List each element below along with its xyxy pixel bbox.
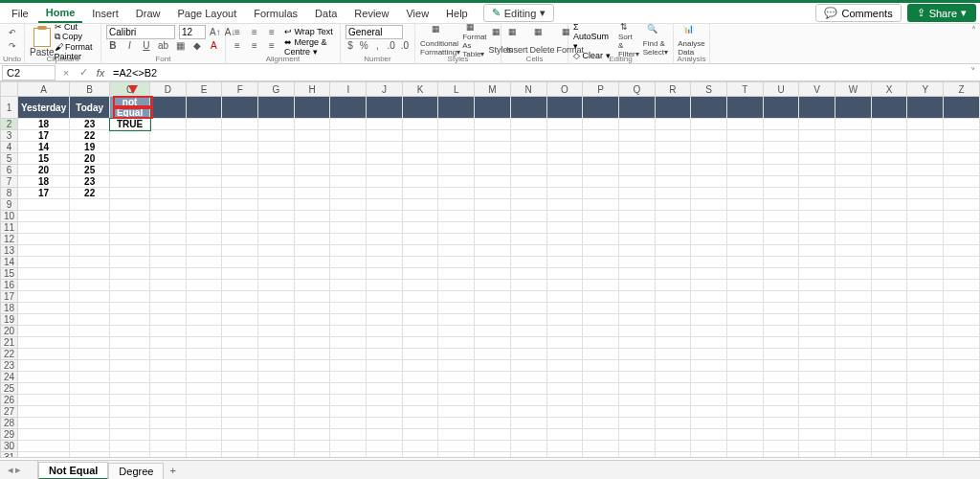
cell[interactable]	[510, 406, 546, 418]
cell[interactable]	[583, 188, 619, 199]
sheet-tab-not-equal[interactable]: Not Equal	[38, 462, 108, 480]
cell[interactable]	[835, 441, 872, 452]
column-header[interactable]: K	[402, 82, 438, 97]
cell[interactable]	[70, 291, 110, 303]
cell[interactable]	[222, 257, 258, 268]
cell[interactable]	[475, 360, 511, 372]
cell[interactable]	[726, 383, 763, 395]
cell[interactable]	[726, 97, 763, 119]
cell[interactable]	[583, 452, 619, 459]
cell[interactable]	[618, 372, 655, 383]
menu-draw[interactable]: Draw	[128, 5, 168, 22]
cell[interactable]	[583, 268, 619, 280]
cell[interactable]	[475, 188, 511, 199]
name-box[interactable]: C2	[2, 65, 56, 80]
cell[interactable]	[402, 395, 438, 406]
cell[interactable]	[510, 199, 546, 211]
cell[interactable]	[583, 303, 619, 314]
cell[interactable]	[907, 188, 944, 199]
cell[interactable]	[655, 326, 691, 337]
cell[interactable]	[907, 268, 944, 280]
cell[interactable]	[691, 222, 727, 234]
cell[interactable]	[367, 245, 403, 257]
cell[interactable]	[330, 452, 367, 459]
cell[interactable]	[330, 188, 367, 199]
cell[interactable]	[691, 406, 727, 418]
cell[interactable]	[330, 360, 367, 372]
cell[interactable]	[438, 211, 475, 222]
cell[interactable]	[110, 211, 150, 222]
cell[interactable]	[655, 429, 691, 441]
cell[interactable]	[763, 395, 799, 406]
column-header[interactable]: E	[186, 82, 222, 97]
row-header[interactable]: 31	[1, 452, 18, 459]
cell[interactable]	[546, 291, 583, 303]
cell[interactable]	[907, 303, 944, 314]
cell[interactable]	[186, 165, 222, 176]
cell[interactable]	[475, 280, 511, 291]
cell[interactable]	[546, 130, 583, 142]
cell[interactable]	[907, 395, 944, 406]
cell[interactable]	[546, 268, 583, 280]
column-header[interactable]: L	[438, 82, 475, 97]
cell[interactable]	[186, 211, 222, 222]
align-top-button[interactable]: ≡	[231, 25, 244, 38]
cell[interactable]	[475, 211, 511, 222]
cell[interactable]	[438, 97, 475, 119]
cell[interactable]	[726, 441, 763, 452]
cell[interactable]	[691, 395, 727, 406]
cell[interactable]	[258, 153, 295, 165]
cell[interactable]	[438, 337, 475, 349]
cell[interactable]	[871, 119, 907, 130]
cell[interactable]	[763, 234, 799, 245]
cell[interactable]: 20	[70, 153, 110, 165]
cell[interactable]	[294, 257, 330, 268]
column-header[interactable]: Z	[944, 82, 980, 97]
cell[interactable]	[367, 441, 403, 452]
cell[interactable]	[150, 291, 187, 303]
cell[interactable]	[150, 372, 187, 383]
bold-button[interactable]: B	[106, 38, 120, 52]
cell[interactable]	[835, 337, 872, 349]
cancel-formula-button[interactable]: ×	[57, 67, 75, 79]
cell[interactable]	[944, 130, 980, 142]
cell[interactable]: 15	[17, 153, 69, 165]
cell[interactable]: 19	[70, 142, 110, 153]
cell[interactable]	[546, 395, 583, 406]
cell[interactable]	[150, 142, 187, 153]
cell[interactable]: 17	[17, 130, 69, 142]
cell[interactable]	[655, 222, 691, 234]
column-header[interactable]: W	[835, 82, 872, 97]
cell[interactable]	[944, 406, 980, 418]
row-header[interactable]: 23	[1, 360, 18, 372]
cell[interactable]	[726, 360, 763, 372]
cell[interactable]	[367, 234, 403, 245]
cell[interactable]	[835, 165, 872, 176]
cell[interactable]	[871, 326, 907, 337]
cell[interactable]	[763, 268, 799, 280]
cell[interactable]	[330, 268, 367, 280]
cell[interactable]	[367, 257, 403, 268]
cell[interactable]	[110, 142, 150, 153]
cell[interactable]	[330, 119, 367, 130]
cell[interactable]	[799, 360, 835, 372]
cell[interactable]	[475, 130, 511, 142]
cell[interactable]	[294, 314, 330, 326]
cell[interactable]	[763, 441, 799, 452]
column-header[interactable]: X	[871, 82, 907, 97]
cell[interactable]	[944, 165, 980, 176]
cell[interactable]	[691, 280, 727, 291]
cell[interactable]	[726, 268, 763, 280]
cell[interactable]	[150, 245, 187, 257]
cell[interactable]	[510, 395, 546, 406]
cell[interactable]	[944, 280, 980, 291]
cell[interactable]	[835, 395, 872, 406]
cell[interactable]	[402, 406, 438, 418]
cell[interactable]	[763, 142, 799, 153]
cell[interactable]	[655, 314, 691, 326]
cell[interactable]	[510, 429, 546, 441]
cell[interactable]	[110, 291, 150, 303]
cell[interactable]	[367, 291, 403, 303]
cell[interactable]	[510, 153, 546, 165]
cell[interactable]	[294, 452, 330, 459]
